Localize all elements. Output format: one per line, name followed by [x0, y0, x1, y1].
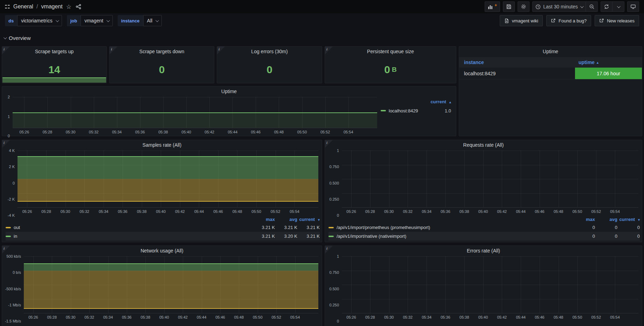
- breadcrumb-page[interactable]: vmagent: [41, 4, 62, 10]
- legend-column-avg[interactable]: avg: [595, 217, 617, 222]
- y-tick-label: 0.750: [329, 165, 339, 169]
- plot-area[interactable]: [342, 151, 638, 208]
- info-icon[interactable]: i: [325, 47, 333, 54]
- plot-area[interactable]: [18, 151, 318, 208]
- x-tick-label: 05:42: [497, 209, 507, 214]
- plot-area[interactable]: [342, 256, 638, 313]
- link-label: New releases: [607, 18, 635, 23]
- panel-title[interactable]: Network usage (All): [2, 246, 322, 256]
- x-tick-label: 05:36: [118, 209, 127, 214]
- legend-column-max[interactable]: max: [573, 217, 595, 222]
- y-tick-label: 1: [337, 254, 339, 258]
- variable-instance: instance All: [118, 15, 162, 26]
- info-icon[interactable]: i: [110, 47, 117, 54]
- series-band-in: [18, 156, 318, 179]
- x-tick-label: 05:32: [79, 209, 89, 214]
- table-cell-uptime: 17.06 hour: [575, 68, 642, 79]
- y-tick-label: 0: [337, 319, 339, 323]
- legend-row[interactable]: localhost:84291.0: [381, 107, 451, 115]
- info-icon[interactable]: i: [325, 246, 333, 254]
- legend-column-max[interactable]: max: [252, 217, 275, 222]
- vmagent-wiki-link[interactable]: vmagent wiki: [500, 15, 543, 26]
- table-header-uptime[interactable]: uptime ▴: [575, 57, 642, 68]
- y-tick-label: 0.750: [329, 270, 339, 275]
- legend-series-label[interactable]: in: [14, 234, 252, 239]
- info-icon[interactable]: i: [2, 47, 10, 54]
- panel-title[interactable]: Uptime: [2, 86, 456, 96]
- apps-grid-icon[interactable]: [5, 4, 10, 9]
- section-overview-toggle[interactable]: Overview: [4, 35, 31, 41]
- panel-title[interactable]: Errors rate (All): [325, 246, 642, 256]
- info-icon[interactable]: i: [2, 246, 10, 254]
- x-tick-label: 05:50: [251, 209, 261, 214]
- table-header-instance[interactable]: instance: [459, 57, 575, 68]
- link-label: vmagent wiki: [512, 18, 538, 23]
- panel-title[interactable]: Persistent queue size: [325, 47, 456, 56]
- panel-title[interactable]: Log errors (30m): [217, 47, 322, 56]
- share-icon[interactable]: [76, 4, 81, 9]
- panel-title[interactable]: Requests rate (All): [325, 140, 642, 150]
- legend-column-current[interactable]: current ▴: [381, 99, 451, 107]
- variable-ds-label[interactable]: ds: [5, 15, 17, 26]
- legend-column-current[interactable]: current ▾: [617, 217, 640, 222]
- variable-job-select[interactable]: vmagent: [81, 15, 113, 26]
- kiosk-mode-button[interactable]: [627, 1, 639, 12]
- legend-row[interactable]: out3.21 K3.21 K3.21 K: [6, 223, 320, 232]
- legend-column-current[interactable]: current ▾: [297, 217, 320, 222]
- panel-title[interactable]: Scrape targets up: [2, 47, 106, 56]
- add-panel-button[interactable]: +: [485, 1, 500, 12]
- legend-series-label[interactable]: /api/v1/import/native (nativeimport): [337, 234, 573, 239]
- legend-value: 1.0: [445, 108, 451, 113]
- x-tick-label: 05:26: [346, 209, 356, 214]
- y-tick-label: -1.5 Mb/s: [5, 319, 21, 323]
- plot-area[interactable]: [24, 256, 318, 313]
- info-icon[interactable]: i: [2, 140, 10, 148]
- breadcrumb-section[interactable]: General: [13, 4, 33, 10]
- legend-column-avg[interactable]: avg: [275, 217, 297, 222]
- x-tick-label: 05:52: [271, 315, 281, 319]
- variable-ds-select[interactable]: victoriametrics: [17, 15, 62, 26]
- zoom-out-button[interactable]: [586, 1, 598, 12]
- chevron-down-icon: [580, 5, 584, 8]
- time-range-picker[interactable]: Last 30 minutes: [532, 1, 586, 12]
- x-tick-label: 05:50: [573, 209, 582, 214]
- time-range-group: Last 30 minutes: [532, 1, 598, 12]
- info-icon[interactable]: i: [217, 47, 225, 54]
- x-tick-label: 05:30: [384, 209, 394, 214]
- variable-instance-select[interactable]: All: [143, 15, 162, 26]
- series-band-localhost:8429: [13, 112, 377, 128]
- gridline: [342, 193, 638, 194]
- gridline: [577, 151, 578, 207]
- panel-requests-rate: i Requests rate (All) 10.7500.5000.2500 …: [325, 140, 642, 242]
- variable-job-label[interactable]: job: [67, 15, 81, 26]
- variable-instance-label[interactable]: instance: [118, 15, 143, 26]
- new-releases-link[interactable]: New releases: [595, 15, 639, 26]
- legend-row[interactable]: /api/v1/import/prometheus (prometheusimp…: [328, 223, 640, 232]
- legend: maxavgcurrent ▾/api/v1/import/prometheus…: [325, 215, 642, 242]
- network-chart: 500 kb/s0 b/s-500 kb/s-1 Mb/s-1.5 Mb/s 0…: [2, 256, 322, 321]
- panel-title[interactable]: Uptime: [459, 47, 642, 56]
- plot-area[interactable]: [13, 97, 377, 128]
- star-icon[interactable]: ☆: [66, 3, 71, 11]
- legend-row[interactable]: /api/v1/import/native (nativeimport)000: [328, 232, 640, 241]
- x-tick-label: 05:44: [516, 315, 526, 319]
- found-a-bug-link[interactable]: Found a bug?: [546, 15, 591, 26]
- legend-row[interactable]: in3.21 K3.20 K3.21 K: [6, 232, 320, 241]
- panel-title[interactable]: Scrape targets down: [110, 47, 214, 56]
- settings-button[interactable]: [518, 1, 529, 12]
- panel-persistent-queue-size: i Persistent queue size 0 B: [325, 46, 456, 83]
- x-tick-label: 05:46: [213, 209, 223, 214]
- refresh-button[interactable]: [601, 1, 612, 12]
- refresh-interval-dropdown[interactable]: [612, 1, 624, 12]
- table-row[interactable]: localhost:8429 17.06 hour: [459, 68, 642, 79]
- legend-series-label[interactable]: /api/v1/import/prometheus (prometheusimp…: [337, 225, 573, 230]
- info-icon[interactable]: i: [325, 140, 333, 148]
- x-tick-label: 05:44: [228, 130, 237, 134]
- chevron-down-icon: [617, 5, 621, 8]
- panel-title[interactable]: Samples rate (All): [2, 140, 322, 150]
- legend-series-label[interactable]: out: [14, 225, 252, 230]
- x-tick-label: 05:38: [459, 209, 469, 214]
- legend-value: 0: [573, 225, 595, 230]
- save-dashboard-button[interactable]: [503, 1, 515, 12]
- legend-series-label[interactable]: localhost:8429: [389, 108, 445, 113]
